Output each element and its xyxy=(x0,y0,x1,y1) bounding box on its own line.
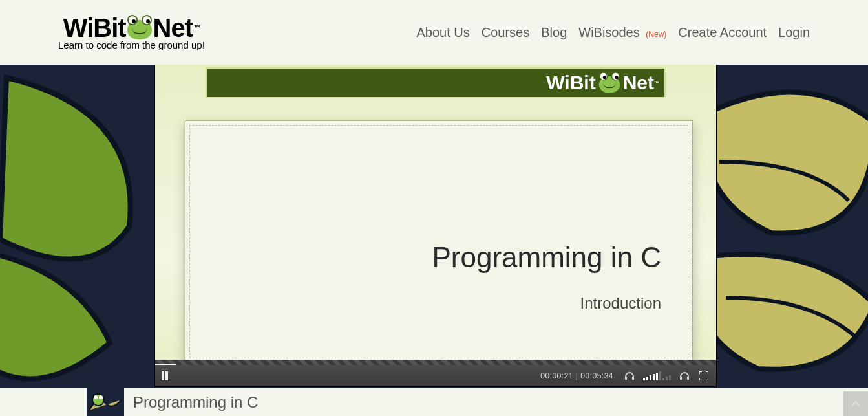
nav-create-account[interactable]: Create Account xyxy=(678,25,767,39)
video-brand-logo: WiBit Net ™ xyxy=(546,70,659,96)
course-title: Programming in C xyxy=(133,393,258,411)
nav-blog[interactable]: Blog xyxy=(541,25,567,39)
svg-rect-2 xyxy=(625,377,627,380)
slide-title: Programming in C xyxy=(432,241,661,274)
volume-level[interactable] xyxy=(643,371,671,380)
frog-icon xyxy=(125,15,154,41)
primary-nav: About Us Courses Blog WiBisodes (New) Cr… xyxy=(416,25,810,40)
pause-button[interactable] xyxy=(155,365,175,386)
scroll-to-top-button[interactable] xyxy=(843,391,868,416)
logo-text-post: Net xyxy=(153,15,193,41)
slide-subtitle: Introduction xyxy=(580,294,661,312)
svg-point-7 xyxy=(92,394,104,406)
course-thumbnail[interactable] xyxy=(87,388,124,416)
nav-login[interactable]: Login xyxy=(778,25,810,39)
new-badge: (New) xyxy=(646,30,666,39)
svg-rect-3 xyxy=(632,377,634,380)
volume-down-button[interactable] xyxy=(620,365,639,386)
headphones-icon xyxy=(624,371,635,380)
video-title-bar: WiBit Net ™ xyxy=(206,67,666,98)
svg-point-9 xyxy=(99,395,103,399)
trademark-icon: ™ xyxy=(194,25,200,31)
video-player: WiBit Net ™ Programming in C Introductio… xyxy=(155,65,716,386)
video-controls: 00:00:21 | 00:05:34 xyxy=(155,364,716,386)
fullscreen-icon xyxy=(699,371,708,380)
svg-rect-0 xyxy=(162,371,164,380)
frog-icon xyxy=(597,72,622,94)
hero: WiBit Net ™ Programming in C Introductio… xyxy=(0,65,868,388)
nav-wibisodes[interactable]: WiBisodes (New) xyxy=(578,25,666,39)
time-display: 00:00:21 | 00:05:34 xyxy=(534,371,620,380)
svg-rect-5 xyxy=(687,377,689,380)
bg-leaf-left xyxy=(0,71,181,388)
slide-card: Programming in C Introduction xyxy=(185,120,693,363)
course-breadcrumb: Programming in C xyxy=(0,388,868,416)
nav-about[interactable]: About Us xyxy=(416,25,469,39)
pause-icon xyxy=(161,371,169,380)
svg-rect-4 xyxy=(680,377,682,380)
site-logo[interactable]: WiBit Net ™ Learn to code from the groun… xyxy=(58,15,205,50)
site-header: WiBit Net ™ Learn to code from the groun… xyxy=(0,0,868,65)
volume-up-button[interactable] xyxy=(675,365,694,386)
nav-courses[interactable]: Courses xyxy=(482,25,529,39)
logo-text-pre: WiBit xyxy=(63,15,126,41)
svg-rect-1 xyxy=(165,371,168,380)
chevron-up-icon xyxy=(851,399,861,409)
headphones-icon xyxy=(679,371,690,380)
fullscreen-button[interactable] xyxy=(694,365,714,386)
progress-indicator[interactable] xyxy=(155,364,176,365)
svg-point-8 xyxy=(94,395,98,399)
